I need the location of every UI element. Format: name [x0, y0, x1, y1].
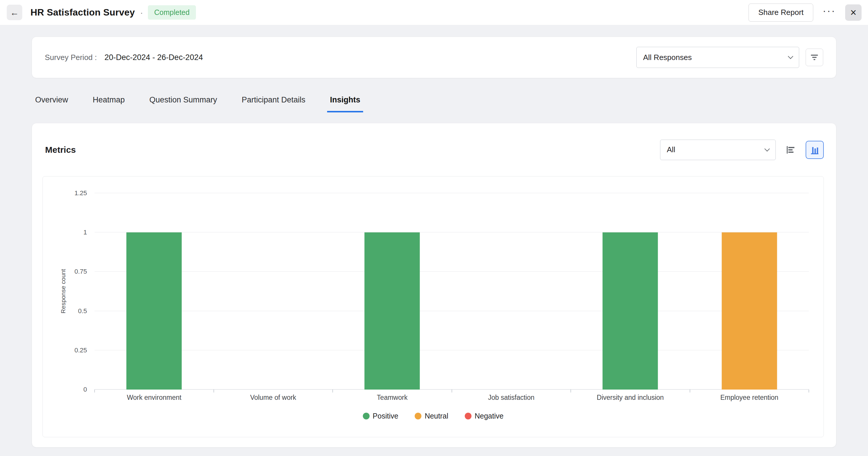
tab-participant-details[interactable]: Participant Details — [239, 95, 308, 112]
y-tick-label: 0.25 — [58, 347, 87, 354]
more-icon: ··· — [823, 5, 836, 17]
topbar-actions: Share Report ··· × — [748, 3, 862, 22]
more-options-button[interactable]: ··· — [821, 6, 838, 20]
topbar: ← HR Satisfaction Survey · Completed Sha… — [0, 0, 868, 25]
report-tabs: OverviewHeatmapQuestion SummaryParticipa… — [32, 95, 836, 112]
bar-chart-horizontal-icon — [785, 144, 796, 155]
close-button[interactable]: × — [845, 4, 862, 21]
tab-question-summary[interactable]: Question Summary — [147, 95, 220, 112]
x-category-label: Diversity and inclusion — [597, 394, 664, 401]
legend-label: Negative — [475, 412, 504, 420]
x-category-label: Job satisfaction — [488, 394, 534, 401]
bar-positive-teamwork[interactable] — [365, 232, 420, 390]
y-tick-label: 0.5 — [58, 307, 87, 315]
filter-button[interactable] — [806, 48, 823, 66]
gridline — [95, 311, 809, 311]
legend-item-positive[interactable]: Positive — [363, 412, 399, 420]
metrics-title: Metrics — [45, 145, 76, 155]
y-tick-label: 1 — [58, 229, 87, 236]
chart-legend: PositiveNeutralNegative — [43, 412, 824, 420]
legend-label: Neutral — [425, 412, 448, 420]
legend-item-negative[interactable]: Negative — [465, 412, 504, 420]
y-tick-label: 1.25 — [58, 189, 87, 197]
metric-filter-value: All — [667, 145, 675, 154]
tab-insights[interactable]: Insights — [327, 95, 364, 112]
bar-positive-diversity-and-inclusion[interactable] — [603, 232, 658, 390]
legend-label: Positive — [373, 412, 399, 420]
status-badge: Completed — [148, 5, 196, 20]
bar-positive-work-environment[interactable] — [126, 232, 182, 390]
title-separator: · — [140, 8, 143, 18]
metrics-card: Metrics All — [32, 123, 836, 448]
legend-dot — [465, 413, 471, 419]
legend-dot — [415, 413, 422, 419]
vertical-bar-chart-button[interactable] — [806, 141, 824, 159]
x-axis-labels: Work environmentVolume of workTeamworkJo… — [95, 390, 809, 404]
survey-period-card: Survey Period : 20-Dec-2024 - 26-Dec-202… — [32, 37, 836, 78]
x-category-label: Teamwork — [377, 394, 408, 401]
filter-icon — [809, 52, 820, 63]
gridline — [95, 193, 809, 193]
survey-period-label: Survey Period : — [45, 53, 97, 62]
close-icon: × — [850, 7, 856, 18]
gridline — [95, 350, 809, 350]
y-tick-label: 0.75 — [58, 268, 87, 275]
page-title: HR Satisfaction Survey — [30, 7, 135, 18]
survey-period-actions: All Responses — [637, 47, 823, 68]
report-content: Survey Period : 20-Dec-2024 - 26-Dec-202… — [0, 25, 868, 448]
horizontal-bar-chart-button[interactable] — [782, 141, 800, 159]
x-category-label: Employee retention — [720, 394, 778, 401]
chevron-down-icon — [788, 54, 793, 59]
chart-panel: Response count 00.250.50.7511.25 Work en… — [42, 176, 824, 437]
back-icon: ← — [10, 8, 19, 18]
bar-chart-vertical-icon — [809, 144, 820, 155]
tab-heatmap[interactable]: Heatmap — [90, 95, 128, 112]
gridline — [95, 232, 809, 232]
metric-filter-dropdown[interactable]: All — [660, 140, 776, 160]
tab-overview[interactable]: Overview — [32, 95, 71, 112]
share-report-button[interactable]: Share Report — [748, 3, 813, 22]
survey-period-value: 20-Dec-2024 - 26-Dec-2024 — [104, 53, 203, 62]
bar-chart-plot: 00.250.50.7511.25 — [95, 193, 809, 390]
responses-dropdown-value: All Responses — [643, 53, 692, 62]
chevron-down-icon — [764, 146, 770, 151]
x-category-label: Work environment — [127, 394, 181, 401]
bar-neutral-employee-retention[interactable] — [721, 232, 777, 390]
metrics-header: Metrics All — [32, 123, 836, 176]
legend-dot — [363, 413, 370, 419]
metrics-actions: All — [660, 140, 824, 160]
responses-dropdown[interactable]: All Responses — [637, 47, 799, 68]
legend-item-neutral[interactable]: Neutral — [415, 412, 448, 420]
x-category-label: Volume of work — [250, 394, 296, 401]
y-axis-label: Response count — [60, 269, 67, 314]
y-tick-label: 0 — [58, 386, 87, 393]
back-button[interactable]: ← — [7, 5, 22, 20]
